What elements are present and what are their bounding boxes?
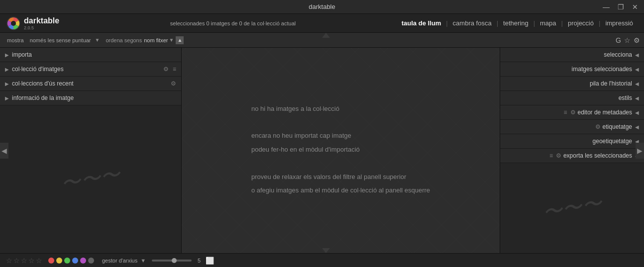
fullscreen-icon[interactable]: ⬜ [206,257,214,265]
imatges-seleccionades-header[interactable]: imatges seleccionades ◀ [500,62,644,76]
colleccio-icons: ⚙ ≡ [163,66,176,73]
pila-historial-label: pila de l'historial [590,80,632,87]
left-panel: ◀ ▶ importa ▶ col·lecció d'imatges ⚙ ≡ ▶… [0,48,182,253]
geoetiquetatge-header[interactable]: geoetiquetatge ◀ [500,134,644,148]
estils-label: estils [619,94,632,101]
top-center-arrow[interactable] [322,33,330,38]
colleccions-recent-arrow-icon: ▶ [5,81,9,87]
pila-historial-arrow-icon: ◀ [635,81,639,87]
msg-line-0: no hi ha imatges a la col·lecció [251,103,430,114]
importa-header[interactable]: ▶ importa [0,48,181,62]
selecciona-arrow-icon: ◀ [635,52,639,58]
nav-impressio[interactable]: impressió [600,17,638,29]
minimize-button[interactable]: — [601,2,612,12]
gear-icon[interactable]: ⚙ [634,36,640,44]
nav-cambra-fosca[interactable]: cambra fosca [448,17,497,29]
right-editor-metadades: ≡ ⚙ editor de metadades ◀ [500,105,644,120]
right-pila-historial: pila de l'historial ◀ [500,77,644,91]
window-title: darktable [309,3,335,10]
geoetiquetatge-label: geoetiquetatge [593,138,632,145]
zoom-slider[interactable] [152,260,192,262]
etiquetatge-icons: ⚙ [595,123,601,130]
right-imatges-seleccionades: imatges seleccionades ◀ [500,62,644,77]
left-swirl-decoration: 〜〜〜 [0,91,193,267]
nav-projeccio[interactable]: projecció [563,17,599,29]
colleccions-recent-icons: ⚙ [171,80,176,87]
g-button[interactable]: G [616,36,621,44]
msg-line-3: podeu fer-ho en el mòdul d'importació [251,144,430,155]
etiquetatge-config-icon[interactable]: ⚙ [595,123,601,130]
editor-metadades-icons: ≡ ⚙ [564,109,576,116]
editor-metadades-header[interactable]: ≡ ⚙ editor de metadades ◀ [500,105,644,119]
star-1[interactable]: ☆ [6,257,12,265]
gestor-dropdown[interactable]: ▼ [140,258,146,264]
importa-arrow-icon: ▶ [5,52,9,58]
filterbar-right: G ☆ ⚙ [616,36,640,44]
editor-metadades-label: editor de metadades [578,109,632,116]
editor-metadades-list-icon[interactable]: ≡ [564,109,567,116]
colleccions-recent-config-icon[interactable]: ⚙ [171,80,176,87]
colleccio-list-icon[interactable]: ≡ [173,66,176,73]
msg-line-5: proveu de relaxar els valors del filtre … [251,171,430,182]
selection-info: seleccionades 0 imatges de 0 de la col·l… [69,20,397,26]
titlebar: darktable — ❐ ✕ [0,0,644,14]
window-controls: — ❐ ✕ [601,2,640,12]
nav-taula-de-llum[interactable]: taula de llum [397,17,446,29]
mostra-button[interactable]: mostra [4,36,27,44]
zoom-handle[interactable] [172,258,177,263]
right-panel-toggle[interactable]: ▶ [636,143,644,159]
filter-option[interactable]: només les sense puntuar [27,36,94,44]
zoom-number: 5 [198,258,201,264]
selecciona-header[interactable]: selecciona ◀ [500,48,644,62]
bottom-center-arrow[interactable] [322,248,330,253]
pila-historial-header[interactable]: pila de l'historial ◀ [500,77,644,90]
logo-version: 2.0.5 [24,25,59,30]
msg-line-1 [251,116,430,128]
exporta-config-icon[interactable]: ⚙ [556,152,561,159]
sort-label: ordena segons [106,37,142,43]
nav-tethering[interactable]: tethering [498,17,534,29]
logo-name: darktable [24,16,59,25]
colleccio-config-icon[interactable]: ⚙ [163,66,169,73]
nav-mapa[interactable]: mapa [535,17,561,29]
darktable-logo-icon [6,16,21,31]
etiquetatge-header[interactable]: ⚙ etiquetatge ◀ [500,120,644,134]
editor-metadades-arrow-icon: ◀ [635,110,639,115]
colleccio-imatges-label: col·lecció d'imatges [12,66,163,73]
estils-arrow-icon: ◀ [635,95,639,101]
color-dot-gray[interactable] [88,258,94,264]
logo-text-area: darktable 2.0.5 [24,16,59,30]
sort-value[interactable]: nom fitxer [144,37,168,43]
color-dot-blue[interactable] [72,258,78,264]
left-panel-importa: ▶ importa [0,48,181,62]
informacio-imatge-arrow-icon: ▶ [5,95,9,101]
close-button[interactable]: ✕ [630,2,640,12]
sort-direction-button[interactable]: ▲ [176,36,184,44]
msg-line-2: encara no heu importat cap imatge [251,130,430,141]
main-area: ◀ ▶ importa ▶ col·lecció d'imatges ⚙ ≡ ▶… [0,48,644,253]
exporta-icons: ≡ ⚙ [549,152,561,159]
msg-line-6: o afegiu imatges amb el mòdul de col·lec… [251,184,430,196]
exporta-list-icon[interactable]: ≡ [549,152,553,159]
filter-dropdown-arrow[interactable]: ▼ [95,37,100,43]
maximize-button[interactable]: ❐ [616,2,626,12]
left-panel-colleccions-recent: ▶ col·leccions d'ús recent ⚙ [0,77,181,91]
right-selecciona: selecciona ◀ [500,48,644,62]
estils-header[interactable]: estils ◀ [500,91,644,105]
logo-area: darktable 2.0.5 [6,16,59,31]
editor-metadades-config-icon[interactable]: ⚙ [570,109,576,116]
etiquetatge-arrow-icon: ◀ [635,124,639,130]
color-dot-purple[interactable] [80,258,86,264]
right-swirl-decoration: 〜〜〜 [493,151,644,265]
right-geoetiquetatge: geoetiquetatge ◀ [500,134,644,149]
colleccions-recent-header[interactable]: ▶ col·leccions d'ús recent ⚙ [0,77,181,90]
star-filter-icon[interactable]: ☆ [624,36,631,44]
colleccio-imatges-header[interactable]: ▶ col·lecció d'imatges ⚙ ≡ [0,62,181,76]
center-panel: no hi ha imatges a la col·lecció encara … [182,48,500,253]
left-panel-toggle[interactable]: ◀ [0,143,8,159]
importa-label: importa [12,51,176,58]
right-etiquetatge: ⚙ etiquetatge ◀ [500,120,644,134]
left-panel-colleccio-imatges: ▶ col·lecció d'imatges ⚙ ≡ [0,62,181,77]
gestor-label: gestor d'arxius [102,258,137,264]
sort-dropdown-arrow[interactable]: ▼ [169,37,174,43]
